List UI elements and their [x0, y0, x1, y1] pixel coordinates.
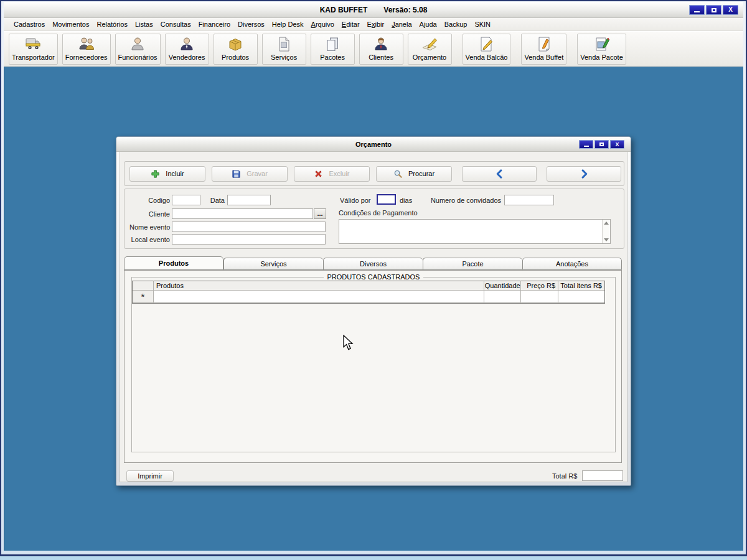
mdi-client-area: Orçamento X IncluirGravarExcluirProcurar…	[4, 67, 743, 551]
toolbar-button-label: Fornecedores	[65, 54, 108, 61]
toolbar-button-clientes[interactable]: Clientes	[359, 34, 403, 65]
product-box-icon	[227, 35, 244, 53]
menu-item-financeiro[interactable]: Financeiro	[195, 19, 234, 29]
incluir-button[interactable]: Incluir	[129, 166, 205, 182]
grid-empty-cell[interactable]	[154, 291, 484, 303]
toolbar-button-fornecedores[interactable]: Fornecedores	[62, 34, 111, 65]
toolbar-button-venda-pacote[interactable]: Venda Pacote	[577, 34, 626, 65]
previous-record-button[interactable]	[462, 166, 537, 182]
imprimir-button[interactable]: Imprimir	[126, 470, 174, 482]
menu-item-skin[interactable]: SKIN	[471, 19, 494, 29]
grid-header-row: ProdutosQuantidadePreço R$Total itens R$	[133, 281, 604, 291]
condicoes-pagamento-textarea[interactable]	[339, 220, 602, 243]
menu-item-listas[interactable]: Listas	[131, 19, 157, 29]
window-controls: X	[689, 5, 738, 15]
chevron-left-icon	[495, 169, 504, 179]
minimize-button[interactable]	[689, 5, 705, 15]
tab-diversos[interactable]: Diversos	[323, 258, 423, 270]
toolbar-button-produtos[interactable]: Produtos	[214, 34, 258, 65]
orcamento-maximize-button[interactable]	[594, 140, 609, 149]
toolbar-button-label: Pacotes	[320, 54, 345, 61]
condicoes-pagamento-label: Condições de Pagamento	[339, 209, 418, 217]
menu-item-arquivo[interactable]: Arquivo	[308, 19, 338, 29]
maximize-icon	[712, 8, 716, 12]
buffet-sale-icon	[535, 35, 553, 53]
menu-item-diversos[interactable]: Diversos	[234, 19, 268, 29]
header-fields-group: Codigo Data Cliente ... Nome evento Loca…	[124, 189, 624, 249]
local-evento-label: Local evento	[129, 236, 170, 243]
orcamento-window: Orçamento X IncluirGravarExcluirProcurar…	[116, 136, 631, 486]
menu-item-consultas[interactable]: Consultas	[157, 19, 195, 29]
dias-label: dias	[400, 197, 412, 204]
codigo-label: Codigo	[129, 197, 170, 204]
codigo-input[interactable]	[172, 195, 200, 205]
grid-empty-cell[interactable]	[558, 291, 604, 303]
save-icon	[232, 169, 241, 179]
toolbar-button-venda-balcao[interactable]: Venda Balcão	[463, 34, 511, 65]
menu-item-exibir[interactable]: Exibir	[364, 19, 388, 29]
maximize-icon	[599, 142, 604, 146]
valido-por-input[interactable]	[377, 194, 396, 205]
local-evento-input[interactable]	[172, 234, 326, 245]
toolbar-button-pacotes[interactable]: Pacotes	[311, 34, 355, 65]
tab-pacote[interactable]: Pacote	[423, 258, 522, 270]
application-window: KAD BUFFET Versão: 5.08 X CadastrosMovim…	[0, 0, 747, 556]
grid-indicator-header[interactable]	[133, 281, 154, 291]
produtos-grid[interactable]: ProdutosQuantidadePreço R$Total itens R$…	[132, 281, 605, 304]
numero-convidados-input[interactable]	[504, 195, 554, 205]
condicoes-scrollbar[interactable]	[602, 220, 610, 243]
orcamento-close-button[interactable]: X	[610, 140, 624, 149]
next-record-button[interactable]	[547, 166, 621, 182]
orcamento-title-bar[interactable]: Orçamento X	[116, 137, 631, 152]
grid-new-row[interactable]: *	[133, 291, 604, 303]
toolbar-button-transportador[interactable]: Transportador	[9, 34, 58, 65]
toolbar-button-funcionarios[interactable]: Funcionários	[115, 34, 161, 65]
grid-column-total-itens-r[interactable]: Total itens R$	[558, 281, 604, 291]
orcamento-minimize-button[interactable]	[579, 140, 593, 149]
tab-anotacoes[interactable]: Anotações	[522, 258, 622, 270]
gravar-button[interactable]: Gravar	[212, 166, 288, 182]
grid-empty-cell[interactable]	[521, 291, 558, 303]
action-button-label: Incluir	[166, 170, 184, 177]
menu-item-cadastros[interactable]: Cadastros	[10, 19, 49, 29]
menu-item-backup[interactable]: Backup	[441, 19, 471, 29]
toolbar-button-orcamento[interactable]: Orçamento	[408, 34, 452, 65]
menu-item-ajuda[interactable]: Ajuda	[416, 19, 441, 29]
close-button[interactable]: X	[723, 5, 738, 15]
nome-evento-input[interactable]	[172, 222, 326, 232]
grid-column-preco-r[interactable]: Preço R$	[521, 281, 558, 291]
grid-empty-cell[interactable]	[484, 291, 521, 303]
menu-item-janela[interactable]: Janela	[388, 19, 415, 29]
toolbar-button-vendedores[interactable]: Vendedores	[165, 34, 209, 65]
toolbar-button-servicos[interactable]: Serviços	[262, 34, 306, 65]
truck-icon	[24, 35, 42, 53]
toolbar-button-label: Orçamento	[413, 54, 446, 61]
toolbar-button-label: Venda Balcão	[466, 54, 508, 61]
maximize-button[interactable]	[706, 5, 721, 15]
grid-column-quantidade[interactable]: Quantidade	[484, 281, 521, 291]
minimize-icon	[584, 146, 589, 147]
menu-item-editar[interactable]: Editar	[338, 19, 364, 29]
toolbar-button-label: Venda Pacote	[580, 54, 623, 61]
tab-produtos[interactable]: Produtos	[124, 256, 223, 270]
cliente-browse-button[interactable]: ...	[314, 208, 326, 219]
excluir-button[interactable]: Excluir	[294, 166, 370, 182]
minimize-icon	[694, 11, 700, 12]
menu-item-help-desk[interactable]: Help Desk	[268, 19, 308, 29]
total-input[interactable]	[582, 470, 623, 481]
toolbar-button-label: Clientes	[369, 54, 393, 61]
procurar-button[interactable]: Procurar	[376, 166, 452, 182]
data-input[interactable]	[227, 195, 271, 205]
menu-item-movimentos[interactable]: Movimentos	[49, 19, 93, 29]
toolbar-button-venda-buffet[interactable]: Venda Buffet	[521, 34, 566, 65]
total-label: Total R$	[552, 472, 577, 480]
data-label: Data	[204, 197, 225, 204]
tab-servicos[interactable]: Serviços	[223, 258, 323, 270]
toolbar-button-label: Vendedores	[169, 54, 205, 61]
grid-column-produtos[interactable]: Produtos	[154, 281, 484, 291]
cliente-input[interactable]	[172, 208, 313, 219]
scroll-down-icon	[604, 238, 609, 241]
new-row-indicator: *	[133, 291, 154, 303]
toolbar-button-label: Serviços	[271, 54, 297, 61]
menu-item-relatorios[interactable]: Relatórios	[93, 19, 131, 29]
